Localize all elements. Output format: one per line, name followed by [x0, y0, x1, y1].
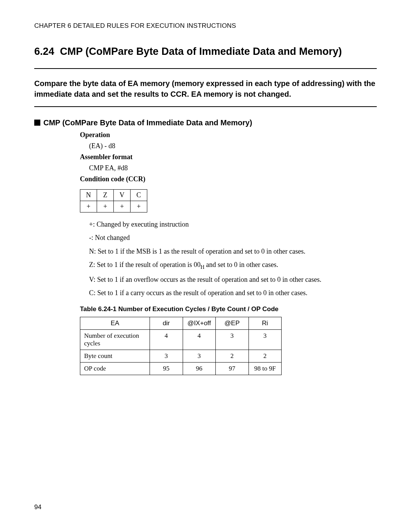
detail-cell: 2: [249, 350, 281, 362]
note-n: N: Set to 1 if the MSB is 1 as the resul…: [89, 247, 377, 256]
detail-cell: 98 to 9F: [249, 362, 281, 375]
section-number: 6.24: [34, 46, 54, 57]
detail-cell: 4: [183, 329, 215, 350]
ccr-notes: +: Changed by executing instruction -: N…: [89, 220, 377, 298]
detail-header-cell: dir: [150, 317, 183, 329]
assembler-value: CMP EA, #d8: [89, 164, 377, 172]
ccr-header-cell: C: [131, 190, 147, 201]
detail-cell: 4: [150, 329, 183, 350]
detail-cell: 97: [216, 362, 249, 375]
note-c: C: Set to 1 if a carry occurs as the res…: [89, 289, 377, 297]
section-title-text: CMP (CoMPare Byte Data of Immediate Data…: [60, 46, 342, 57]
intro-paragraph: Compare the byte data of EA memory (memo…: [34, 78, 377, 99]
note-v: V: Set to 1 if an overflow occurs as the…: [89, 275, 377, 284]
detail-cell: 95: [150, 362, 183, 375]
ccr-header-cell: V: [114, 190, 131, 201]
detail-row-label: Number of execution cycles: [80, 329, 150, 350]
detail-cell: 3: [249, 329, 281, 350]
detail-header-cell: EA: [80, 317, 150, 329]
page-number: 94: [34, 503, 41, 511]
square-bullet-icon: [34, 120, 40, 126]
detail-table: EA dir @IX+off @EP Ri Number of executio…: [80, 317, 282, 375]
detail-header-cell: @EP: [216, 317, 249, 329]
detail-row-label: OP code: [80, 362, 150, 375]
table-caption: Table 6.24-1 Number of Execution Cycles …: [80, 305, 377, 313]
note-z: Z: Set to 1 if the result of operation i…: [89, 260, 377, 271]
ccr-value-cell: +: [80, 201, 97, 212]
subheading: CMP (CoMPare Byte Data of Immediate Data…: [34, 118, 377, 127]
operation-value: (EA) - d8: [89, 142, 377, 150]
operation-label: Operation: [80, 131, 377, 139]
note-dash: -: Not changed: [89, 233, 377, 242]
detail-cell: 3: [183, 350, 215, 362]
content-block: Operation (EA) - d8 Assembler format CMP…: [80, 131, 377, 375]
note-z-sub: H: [201, 264, 204, 270]
ccr-table: N Z V C + + + +: [80, 189, 147, 212]
detail-cell: 2: [216, 350, 249, 362]
ccr-value-cell: +: [131, 201, 147, 212]
note-plus: +: Changed by executing instruction: [89, 220, 377, 229]
ccr-value-cell: +: [97, 201, 114, 212]
ccr-label: Condition code (CCR): [80, 175, 377, 183]
note-z-post: and set to 0 in other cases.: [204, 261, 278, 268]
detail-cell: 96: [183, 362, 215, 375]
section-title: 6.24 CMP (CoMPare Byte Data of Immediate…: [34, 46, 377, 58]
detail-cell: 3: [150, 350, 183, 362]
detail-cell: 3: [216, 329, 249, 350]
detail-row-label: Byte count: [80, 350, 150, 362]
chapter-header: CHAPTER 6 DETAILED RULES FOR EXECUTION I…: [34, 22, 377, 30]
ccr-value-cell: +: [114, 201, 131, 212]
assembler-label: Assembler format: [80, 153, 377, 161]
detail-header-cell: Ri: [249, 317, 281, 329]
divider-top: [34, 68, 377, 69]
ccr-header-cell: Z: [97, 190, 114, 201]
divider-bottom: [34, 106, 377, 107]
detail-header-cell: @IX+off: [183, 317, 215, 329]
note-z-pre: Z: Set to 1 if the result of operation i…: [89, 261, 201, 268]
ccr-header-cell: N: [80, 190, 97, 201]
subheading-text: CMP (CoMPare Byte Data of Immediate Data…: [43, 118, 252, 127]
